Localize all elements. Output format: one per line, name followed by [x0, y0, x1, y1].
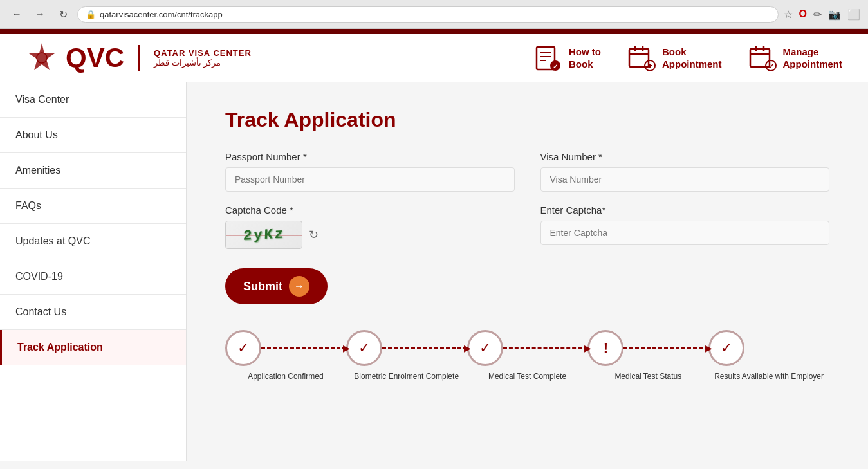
enter-captcha-label: Enter Captcha*: [540, 205, 830, 216]
edit-icon[interactable]: ✏: [813, 8, 822, 21]
captcha-code-group: Captcha Code * 2yKz ↻: [225, 205, 515, 249]
step-label-2: Biometric Enrolment Complete: [351, 371, 461, 382]
how-to-book-line1: How to: [569, 46, 601, 59]
step-circle-1: ✓: [225, 330, 261, 366]
captcha-refresh-button[interactable]: ↻: [309, 228, 319, 242]
progress-step-medical-complete: ✓ Medical Test Complete: [467, 330, 588, 382]
sidebar-item-contact-us[interactable]: Contact Us: [0, 295, 186, 330]
step-top-1: ✓: [225, 330, 346, 366]
step-label-1: Application Confirmed: [245, 371, 326, 382]
step-circle-3: ✓: [467, 330, 503, 366]
step-top-4: !: [587, 330, 708, 366]
submit-arrow-icon: →: [289, 276, 309, 297]
book-appointment-line2: Appointment: [662, 58, 721, 71]
nav-items: ✓ How to Book Book Appointment: [533, 44, 842, 73]
logo-divider: [138, 45, 140, 71]
step-label-4: Medical Test Status: [612, 371, 684, 382]
sidebar-item-visa-center[interactable]: Visa Center: [0, 82, 186, 118]
sidebar-item-track-application[interactable]: Track Application: [0, 330, 186, 365]
nav-how-to-book[interactable]: ✓ How to Book: [533, 44, 601, 73]
captcha-image: 2yKz: [225, 221, 302, 249]
visa-label: Visa Number *: [540, 151, 830, 162]
step-label-5: Results Available with Employer: [712, 371, 826, 382]
manage-appointment-text: Manage Appointment: [783, 46, 842, 71]
manage-appointment-line2: Appointment: [783, 58, 842, 71]
logo-text-main: QVC: [66, 44, 124, 71]
svg-marker-0: [29, 43, 55, 70]
progress-step-app-confirmed: ✓ Application Confirmed: [225, 330, 346, 382]
progress-tracker: ✓ Application Confirmed ✓ Biometric Enro…: [225, 330, 829, 382]
enter-captcha-group: Enter Captcha*: [540, 205, 830, 249]
browser-toolbar: ☆ O ✏ 📷 ⬜: [784, 8, 860, 21]
sidebar-item-faqs[interactable]: FAQs: [0, 189, 186, 224]
main-layout: Visa Center About Us Amenities FAQs Upda…: [0, 82, 868, 461]
step-connector-2: [382, 347, 467, 349]
manage-appointment-line1: Manage: [783, 46, 842, 59]
svg-text:✓: ✓: [553, 63, 558, 70]
opera-icon[interactable]: O: [799, 8, 807, 20]
camera-icon[interactable]: 📷: [828, 8, 841, 21]
step-connector-1: [261, 347, 346, 349]
submit-label: Submit: [243, 280, 282, 293]
content-area: Track Application Passport Number * Visa…: [187, 82, 868, 461]
step-circle-4: !: [587, 330, 623, 366]
captcha-text: 2yKz: [243, 226, 285, 244]
progress-step-results: ✓ Results Available with Employer: [708, 330, 829, 382]
how-to-book-line2: Book: [569, 58, 601, 71]
sidebar-item-about-us[interactable]: About Us: [0, 118, 186, 153]
passport-input[interactable]: [225, 167, 515, 192]
how-to-book-icon: ✓: [533, 44, 562, 73]
logo-area[interactable]: QVC QATAR VISA CENTER مركز تأشيرات قطر: [26, 42, 252, 74]
logo-en: QATAR VISA CENTER: [154, 48, 252, 58]
nav-manage-appointment[interactable]: ✓ Manage Appointment: [748, 44, 842, 73]
logo-star-icon: [26, 42, 58, 74]
step-connector-4: [623, 347, 708, 349]
passport-number-group: Passport Number *: [225, 151, 515, 192]
page-title: Track Application: [225, 108, 829, 132]
bookmark-icon[interactable]: ☆: [784, 8, 793, 21]
logo-ar: مركز تأشيرات قطر: [154, 58, 252, 68]
svg-rect-8: [629, 49, 649, 67]
step-top-3: ✓: [467, 330, 588, 366]
logo-text-sub: QATAR VISA CENTER مركز تأشيرات قطر: [154, 48, 252, 68]
lock-icon: 🔒: [86, 10, 96, 19]
svg-text:✓: ✓: [768, 62, 774, 70]
back-button[interactable]: ←: [8, 5, 26, 23]
visa-number-group: Visa Number *: [540, 151, 830, 192]
svg-rect-15: [750, 49, 770, 67]
enter-captcha-input[interactable]: [540, 221, 830, 245]
progress-step-biometric: ✓ Biometric Enrolment Complete: [346, 330, 467, 382]
step-top-5: ✓: [708, 330, 829, 366]
sidebar: Visa Center About Us Amenities FAQs Upda…: [0, 82, 187, 461]
sidebar-item-updates[interactable]: Updates at QVC: [0, 224, 186, 259]
step-connector-3: [503, 347, 588, 349]
passport-label: Passport Number *: [225, 151, 515, 162]
top-bar: [0, 29, 868, 34]
step-circle-5: ✓: [708, 330, 744, 366]
site-header: QVC QATAR VISA CENTER مركز تأشيرات قطر ✓…: [0, 34, 868, 82]
captcha-row: 2yKz ↻: [225, 221, 515, 249]
book-appointment-text: Book Appointment: [662, 46, 721, 71]
captcha-code-label: Captcha Code *: [225, 205, 515, 216]
reload-button[interactable]: ↻: [54, 5, 72, 23]
step-label-3: Medical Test Complete: [486, 371, 569, 382]
book-appointment-icon: [627, 44, 656, 73]
url-text: qatarvisacenter.com/cnt/trackapp: [100, 10, 223, 19]
book-appointment-line1: Book: [662, 46, 721, 59]
extensions-icon[interactable]: ⬜: [847, 8, 860, 21]
nav-book-appointment[interactable]: Book Appointment: [627, 44, 721, 73]
browser-chrome: ← → ↻ 🔒 qatarvisacenter.com/cnt/trackapp…: [0, 0, 868, 29]
submit-button[interactable]: Submit →: [225, 268, 328, 304]
step-top-2: ✓: [346, 330, 467, 366]
address-bar[interactable]: 🔒 qatarvisacenter.com/cnt/trackapp: [77, 6, 779, 23]
how-to-book-text: How to Book: [569, 46, 601, 71]
sidebar-item-amenities[interactable]: Amenities: [0, 153, 186, 189]
track-form: Passport Number * Visa Number * Captcha …: [225, 151, 829, 249]
forward-button[interactable]: →: [31, 5, 49, 23]
visa-input[interactable]: [540, 167, 830, 192]
step-circle-2: ✓: [346, 330, 382, 366]
progress-step-medical-status: ! Medical Test Status: [587, 330, 708, 382]
sidebar-item-covid[interactable]: COVID-19: [0, 259, 186, 295]
manage-appointment-icon: ✓: [748, 44, 777, 73]
